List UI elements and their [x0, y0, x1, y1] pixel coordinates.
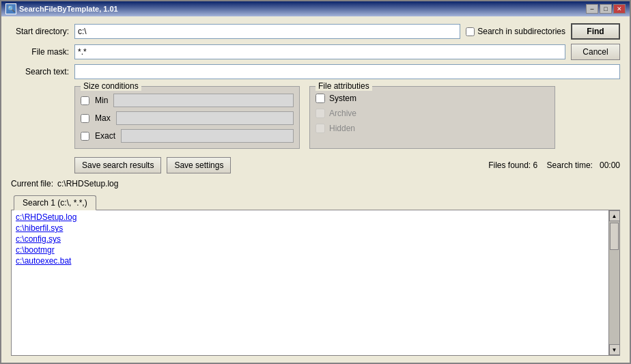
tab-bar: Search 1 (c:\, *.*,) — [11, 195, 620, 210]
results-panel: c:\RHDSetup.logc:\hiberfil.sysc:\config.… — [11, 210, 620, 356]
size-exact-row: Exact — [81, 129, 294, 143]
results-list: c:\RHDSetup.logc:\hiberfil.sysc:\config.… — [12, 210, 608, 355]
scroll-thumb[interactable] — [610, 223, 619, 250]
tab-search-1[interactable]: Search 1 (c:\, *.*,) — [14, 195, 96, 210]
search-time-value: 00:00 — [600, 160, 620, 170]
content-area: Start directory: Search in subdirectorie… — [1, 16, 630, 363]
start-directory-input[interactable] — [74, 24, 460, 39]
scroll-track[interactable] — [609, 221, 619, 344]
size-exact-checkbox[interactable] — [81, 132, 89, 141]
list-item[interactable]: c:\bootmgr — [14, 244, 606, 255]
size-conditions-group: Size conditions Min Max Exact — [74, 86, 300, 149]
attr-system-row: System — [316, 94, 549, 103]
title-bar: 🔍 SearchFileByTemplate, 1.01 – □ ✕ — [1, 1, 630, 16]
file-mask-input[interactable] — [74, 44, 565, 59]
size-min-label: Min — [95, 96, 108, 105]
file-attributes-title: File attributies — [316, 81, 372, 91]
attr-archive-label: Archive — [329, 109, 356, 118]
close-button[interactable]: ✕ — [613, 4, 626, 14]
search-subdirs-label: Search in subdirectories — [466, 27, 565, 36]
vertical-scrollbar[interactable]: ▲ ▼ — [608, 210, 619, 355]
size-conditions-title: Size conditions — [81, 81, 141, 91]
tabs-area: Search 1 (c:\, *.*,) c:\RHDSetup.logc:\h… — [11, 195, 620, 356]
list-item[interactable]: c:\autoexec.bat — [14, 255, 606, 266]
size-min-input[interactable] — [113, 94, 294, 107]
scroll-up-button[interactable]: ▲ — [609, 210, 620, 221]
file-mask-row: File mask: Cancel — [11, 44, 620, 60]
size-exact-input[interactable] — [121, 129, 294, 143]
search-time-label: Search time: — [547, 160, 593, 170]
status-area: Files found: 6 Search time: 00:00 — [488, 160, 620, 170]
start-directory-row: Start directory: Search in subdirectorie… — [11, 23, 620, 40]
search-text-row: Search text: — [11, 64, 620, 79]
middle-section: Size conditions Min Max Exact — [74, 86, 620, 149]
attr-system-checkbox[interactable] — [316, 94, 325, 103]
main-window: 🔍 SearchFileByTemplate, 1.01 – □ ✕ Start… — [0, 0, 631, 364]
search-text-input[interactable] — [74, 64, 620, 79]
file-attributes-group: File attributies System Archive Hidden — [309, 86, 555, 149]
scroll-down-button[interactable]: ▼ — [609, 344, 620, 355]
attr-system-label: System — [329, 94, 356, 103]
files-found-count: 6 — [533, 160, 538, 170]
save-search-results-button[interactable]: Save search results — [74, 157, 161, 173]
current-file-label: Current file: — [11, 179, 53, 188]
cancel-button[interactable]: Cancel — [571, 44, 620, 60]
attr-archive-row: Archive — [316, 109, 549, 118]
size-exact-label: Exact — [95, 131, 115, 141]
attr-hidden-checkbox — [316, 124, 325, 133]
size-max-row: Max — [81, 111, 294, 125]
size-max-checkbox[interactable] — [81, 114, 89, 123]
files-found-label: Files found: — [488, 160, 531, 170]
attr-archive-checkbox — [316, 109, 325, 118]
window-icon: 🔍 — [5, 3, 16, 14]
file-mask-label: File mask: — [11, 47, 69, 57]
bottom-buttons-area: Save search results Save settings Files … — [74, 157, 620, 173]
current-file-row: Current file: c:\RHDSetup.log — [11, 179, 620, 188]
start-directory-label: Start directory: — [11, 27, 69, 36]
list-item[interactable]: c:\RHDSetup.log — [14, 212, 606, 223]
size-max-label: Max — [95, 113, 111, 123]
attr-hidden-label: Hidden — [329, 124, 355, 133]
list-item[interactable]: c:\hiberfil.sys — [14, 223, 606, 234]
size-min-row: Min — [81, 94, 294, 107]
restore-button[interactable]: □ — [600, 4, 612, 14]
size-max-input[interactable] — [116, 111, 294, 125]
current-file-value: c:\RHDSetup.log — [57, 179, 118, 188]
attr-hidden-row: Hidden — [316, 124, 549, 133]
save-settings-button[interactable]: Save settings — [167, 157, 231, 173]
size-min-checkbox[interactable] — [81, 96, 89, 105]
find-button[interactable]: Find — [571, 23, 620, 40]
title-bar-buttons: – □ ✕ — [586, 4, 626, 14]
minimize-button[interactable]: – — [586, 4, 598, 14]
window-title: SearchFileByTemplate, 1.01 — [19, 5, 586, 13]
search-subdirs-checkbox[interactable] — [466, 27, 475, 36]
search-subdirs-text: Search in subdirectories — [477, 27, 565, 36]
list-item[interactable]: c:\config.sys — [14, 234, 606, 244]
search-text-label: Search text: — [11, 67, 69, 76]
